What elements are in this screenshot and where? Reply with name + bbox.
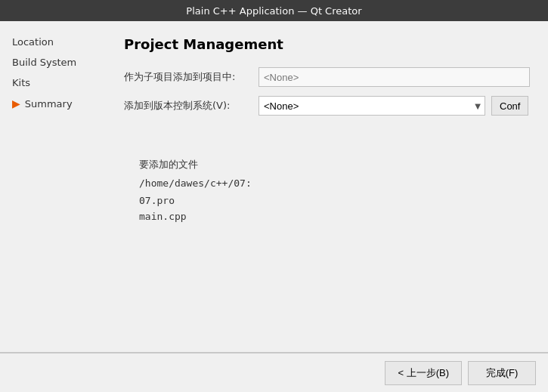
main-content: Project Management 作为子项目添加到项目中: 添加到版本控制系… bbox=[106, 21, 548, 352]
conf-button[interactable]: Conf bbox=[491, 96, 528, 116]
file-item-pro: 07.pro bbox=[139, 193, 515, 209]
sidebar-item-location-label: Location bbox=[12, 36, 54, 48]
sidebar-item-build-system[interactable]: Build System bbox=[6, 54, 100, 71]
vcs-select[interactable]: <None> bbox=[259, 96, 485, 116]
content-area: Location Build System Kits ▶ Summary Pro… bbox=[0, 21, 548, 352]
active-arrow-icon: ▶ bbox=[12, 97, 20, 110]
sidebar-item-kits[interactable]: Kits bbox=[6, 74, 100, 91]
vcs-row: 添加到版本控制系统(V): <None> ▼ Conf bbox=[124, 96, 530, 116]
bottom-bar: < 上一步(B) 完成(F) bbox=[0, 353, 548, 392]
file-item-cpp: main.cpp bbox=[139, 209, 515, 225]
sidebar-item-build-system-label: Build System bbox=[12, 57, 76, 68]
subproject-row: 作为子项目添加到项目中: bbox=[124, 67, 530, 87]
sidebar-item-kits-label: Kits bbox=[12, 77, 30, 88]
vcs-select-row: <None> ▼ Conf bbox=[259, 96, 528, 116]
vcs-select-wrapper: <None> ▼ bbox=[259, 96, 485, 116]
title-bar: Plain C++ Application — Qt Creator bbox=[0, 0, 548, 21]
files-path: /home/dawes/c++/07: bbox=[139, 177, 515, 189]
sidebar-item-summary[interactable]: ▶ Summary bbox=[6, 94, 100, 113]
subproject-label: 作为子项目添加到项目中: bbox=[124, 70, 252, 84]
page-title: Project Management bbox=[124, 36, 530, 52]
window-title: Plain C++ Application — Qt Creator bbox=[186, 5, 361, 17]
sidebar: Location Build System Kits ▶ Summary bbox=[0, 21, 106, 352]
window-body: Location Build System Kits ▶ Summary Pro… bbox=[0, 21, 548, 392]
subproject-input[interactable] bbox=[259, 67, 530, 87]
sidebar-item-summary-label: Summary bbox=[25, 98, 73, 110]
files-list: 07.pro main.cpp bbox=[139, 193, 515, 225]
files-title: 要添加的文件 bbox=[139, 158, 515, 171]
files-section: 要添加的文件 /home/dawes/c++/07: 07.pro main.c… bbox=[124, 146, 530, 237]
finish-button[interactable]: 完成(F) bbox=[468, 361, 536, 385]
back-button[interactable]: < 上一步(B) bbox=[385, 361, 462, 385]
vcs-label: 添加到版本控制系统(V): bbox=[124, 99, 252, 113]
sidebar-item-location[interactable]: Location bbox=[6, 33, 100, 51]
